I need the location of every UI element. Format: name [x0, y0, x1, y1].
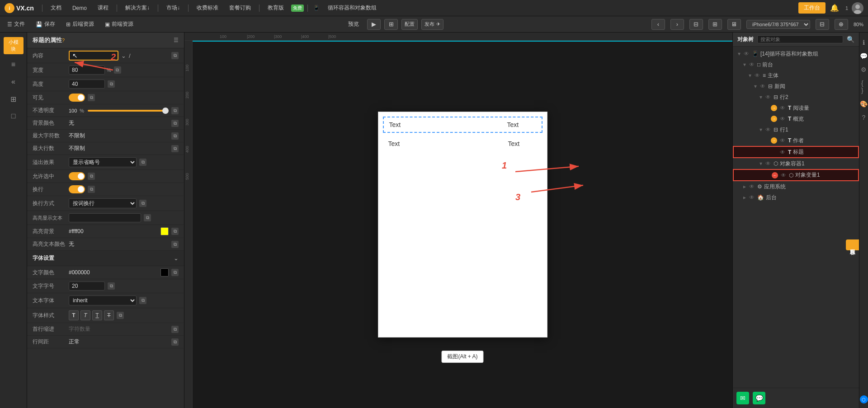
- chat-icon[interactable]: 💬: [858, 51, 868, 61]
- sidebar-icon-4[interactable]: □: [5, 109, 22, 123]
- bold-button[interactable]: T: [69, 310, 79, 320]
- bg-color-copy-btn[interactable]: ⧉: [171, 120, 179, 127]
- eye-icon[interactable]: 👁: [781, 172, 787, 178]
- nav-forward-button[interactable]: ›: [670, 19, 684, 30]
- help-icon[interactable]: ?: [62, 38, 65, 43]
- eye-icon[interactable]: 👁: [755, 72, 761, 79]
- eye-icon[interactable]: 👁: [780, 105, 786, 111]
- nav-solutions[interactable]: 解决方案↓: [121, 4, 154, 12]
- allow-select-toggle[interactable]: [69, 172, 85, 180]
- height-input[interactable]: [69, 80, 105, 89]
- opacity-slider[interactable]: [88, 110, 169, 112]
- font-style-copy-btn[interactable]: ⧉: [117, 312, 124, 319]
- text-row-normal[interactable]: Text Text: [383, 136, 542, 151]
- eye-icon[interactable]: 👁: [749, 183, 755, 190]
- font-size-copy-btn[interactable]: ⧉: [108, 282, 115, 290]
- text-cell-2[interactable]: Text: [504, 119, 540, 130]
- save-button[interactable]: 💾 保存: [33, 20, 58, 28]
- nav-demo[interactable]: Demo: [68, 5, 91, 11]
- arrow-btn[interactable]: →: [771, 137, 777, 144]
- search-input[interactable]: [757, 35, 843, 43]
- screenshot-icon[interactable]: ⊟: [816, 19, 829, 30]
- strikethrough-button[interactable]: T: [104, 310, 114, 320]
- allow-select-copy-btn[interactable]: ⧉: [88, 173, 95, 180]
- eye-icon[interactable]: 👁: [780, 149, 786, 155]
- eye-icon[interactable]: 👁: [765, 94, 772, 100]
- eye-icon[interactable]: 👁: [780, 116, 786, 122]
- bell-icon[interactable]: 🔔: [830, 4, 839, 12]
- nav-docs[interactable]: 文档: [46, 4, 66, 12]
- font-family-copy-btn[interactable]: ⧉: [139, 297, 146, 304]
- tree-item-row1[interactable]: ▾ 👁 ⊟ 行1: [733, 124, 859, 135]
- bluetooth-icon[interactable]: ⬡: [860, 395, 868, 403]
- italic-button[interactable]: T: [80, 310, 90, 320]
- tree-item-row2[interactable]: ▾ 👁 ⊟ 行2: [733, 92, 859, 103]
- help-tool-icon[interactable]: ?: [860, 112, 868, 123]
- tree-item-title[interactable]: 👁 T 标题: [733, 146, 859, 158]
- visible-copy-btn[interactable]: ⧉: [88, 94, 95, 101]
- weixin-button[interactable]: ✉: [736, 392, 749, 404]
- nav-courses[interactable]: 课程: [93, 4, 113, 12]
- tree-item-frontend[interactable]: ▾ 👁 □ 前台: [733, 59, 859, 70]
- config-button[interactable]: 配置: [401, 19, 418, 30]
- line-spacing-copy-btn[interactable]: ⧉: [171, 338, 179, 346]
- run-button[interactable]: ▶: [367, 19, 381, 30]
- panel-menu-icon[interactable]: ☰: [174, 37, 179, 43]
- theme-icon[interactable]: 🎨: [858, 98, 868, 109]
- tree-item-news[interactable]: ▾ 👁 ⊟ 新闻: [733, 81, 859, 92]
- height-copy-btn[interactable]: ⧉: [108, 80, 115, 88]
- tree-item-author[interactable]: → 👁 T 作者: [733, 135, 859, 146]
- text-cell-3[interactable]: Text: [385, 138, 505, 149]
- device-selector[interactable]: iPhone6/7/8 375*667: [746, 20, 810, 29]
- code-icon[interactable]: { }: [859, 78, 868, 96]
- tree-item-app-system[interactable]: ▸ 👁 ⚙ 应用系统: [733, 181, 859, 192]
- tree-item-readcount[interactable]: → 👁 T 阅读量: [733, 103, 859, 113]
- font-color-copy-btn[interactable]: ⧉: [171, 269, 179, 276]
- nav-market[interactable]: 市场↓: [162, 4, 184, 12]
- module-button[interactable]: 小模块: [4, 37, 24, 54]
- layout-icon-2[interactable]: ⊞: [708, 19, 722, 30]
- eye-icon[interactable]: 👁: [760, 83, 766, 89]
- eye-icon[interactable]: 👁: [749, 194, 755, 201]
- opacity-copy-btn[interactable]: ⧉: [171, 107, 179, 114]
- phone-frame[interactable]: Text Text Text Text: [378, 112, 547, 338]
- overflow-select[interactable]: 显示省略号: [69, 157, 137, 167]
- settings-icon[interactable]: ⚙: [859, 64, 868, 75]
- arrow-btn[interactable]: →: [771, 116, 777, 122]
- highlight-bg-copy-btn[interactable]: ⧉: [171, 228, 179, 235]
- publish-button[interactable]: 发布 ✈: [421, 19, 443, 30]
- frontend-resource-button[interactable]: ▣ 前端资源: [102, 20, 136, 28]
- nav-edu[interactable]: 教育版: [263, 4, 288, 12]
- visible-toggle[interactable]: [69, 94, 85, 102]
- tree-item-main[interactable]: ▾ 👁 ≡ 主体: [733, 70, 859, 81]
- eye-icon[interactable]: 👁: [765, 127, 772, 133]
- eye-icon[interactable]: 👁: [749, 61, 755, 68]
- file-button[interactable]: ☰ 文件: [5, 20, 28, 28]
- font-family-select[interactable]: inherit: [69, 295, 137, 305]
- preview-button[interactable]: 预览: [344, 20, 363, 28]
- wrap-copy-btn[interactable]: ⧉: [88, 186, 95, 193]
- content-copy-btn[interactable]: ⧉: [171, 52, 179, 59]
- width-input[interactable]: [69, 66, 105, 75]
- wrap-toggle[interactable]: [69, 185, 85, 193]
- font-section-header[interactable]: 字体设置 ⌄: [27, 251, 184, 266]
- highlight-bg-swatch[interactable]: [160, 227, 169, 235]
- text-row-selected[interactable]: Text Text: [383, 117, 542, 133]
- zoom-icon[interactable]: ⊕: [835, 19, 848, 30]
- tree-item-backend[interactable]: ▸ 👁 🏠 后台: [733, 192, 859, 203]
- content-input[interactable]: ↖: [69, 51, 118, 61]
- search-icon[interactable]: 🔍: [847, 36, 854, 43]
- user-avatar[interactable]: [852, 2, 863, 14]
- underline-button[interactable]: T: [92, 310, 102, 320]
- width-copy-btn[interactable]: ⧉: [114, 66, 121, 74]
- sidebar-icon-3[interactable]: ⊞: [5, 92, 22, 106]
- overflow-copy-btn[interactable]: ⧉: [139, 159, 146, 166]
- grid-view-button[interactable]: ⊞: [384, 19, 398, 30]
- wrap-mode-select[interactable]: 按词换行: [69, 198, 137, 208]
- workspace-button[interactable]: 工作台: [798, 2, 826, 14]
- eye-icon[interactable]: 👁: [780, 137, 786, 144]
- tree-item-overview[interactable]: → 👁 T 概览: [733, 113, 859, 124]
- max-lines-copy-btn[interactable]: ⧉: [171, 145, 179, 152]
- sidebar-icon-2[interactable]: «: [5, 75, 22, 89]
- highlight-text-copy-btn[interactable]: ⧉: [144, 214, 151, 221]
